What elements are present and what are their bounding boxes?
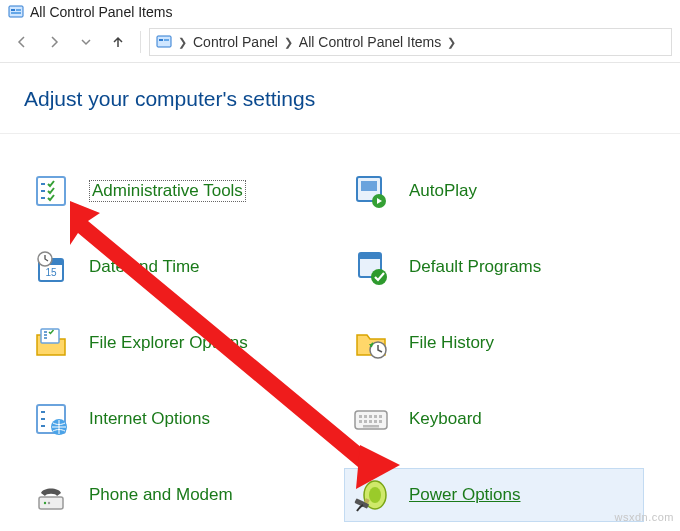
svg-rect-9: [361, 181, 377, 191]
svg-rect-30: [369, 420, 372, 423]
item-date-and-time[interactable]: 15 Date and Time: [24, 240, 324, 294]
svg-rect-33: [363, 425, 379, 428]
svg-rect-16: [359, 253, 381, 259]
up-button[interactable]: [104, 28, 132, 56]
default-programs-icon: [351, 247, 391, 287]
svg-rect-28: [359, 420, 362, 423]
svg-rect-32: [379, 420, 382, 423]
svg-rect-26: [374, 415, 377, 418]
phone-modem-icon: [31, 475, 71, 515]
svg-point-36: [48, 502, 50, 504]
item-label: AutoPlay: [409, 181, 477, 201]
item-label: Power Options: [409, 485, 521, 505]
svg-rect-31: [374, 420, 377, 423]
keyboard-icon: [351, 399, 391, 439]
item-default-programs[interactable]: Default Programs: [344, 240, 644, 294]
item-label: Phone and Modem: [89, 485, 233, 505]
item-power-options[interactable]: Power Options: [344, 468, 644, 522]
forward-button[interactable]: [40, 28, 68, 56]
item-administrative-tools[interactable]: Administrative Tools: [24, 164, 324, 218]
svg-rect-6: [164, 39, 169, 41]
file-history-icon: [351, 323, 391, 363]
svg-point-35: [44, 502, 46, 504]
item-file-explorer-options[interactable]: File Explorer Options: [24, 316, 324, 370]
svg-rect-29: [364, 420, 367, 423]
watermark: wsxdn.com: [614, 511, 674, 523]
svg-rect-24: [364, 415, 367, 418]
content-area: Adjust your computer's settings Administ…: [0, 63, 680, 531]
file-explorer-options-icon: [31, 323, 71, 363]
item-label: Internet Options: [89, 409, 210, 429]
item-phone-and-modem[interactable]: Phone and Modem: [24, 468, 324, 522]
svg-rect-4: [157, 36, 171, 47]
breadcrumb-current[interactable]: All Control Panel Items: [299, 34, 441, 50]
item-label: Default Programs: [409, 257, 541, 277]
date-time-icon: 15: [31, 247, 71, 287]
svg-rect-1: [11, 9, 15, 11]
divider: [0, 133, 680, 134]
autoplay-icon: [351, 171, 391, 211]
svg-rect-5: [159, 39, 163, 41]
svg-rect-27: [379, 415, 382, 418]
chevron-right-icon[interactable]: ❯: [282, 36, 295, 49]
item-autoplay[interactable]: AutoPlay: [344, 164, 644, 218]
nav-separator: [140, 31, 141, 53]
breadcrumb-root[interactable]: Control Panel: [193, 34, 278, 50]
items-grid: Administrative Tools AutoPlay 15 Date an…: [24, 164, 656, 522]
control-panel-icon: [8, 4, 24, 20]
item-internet-options[interactable]: Internet Options: [24, 392, 324, 446]
item-label: Keyboard: [409, 409, 482, 429]
recent-button[interactable]: [72, 28, 100, 56]
back-button[interactable]: [8, 28, 36, 56]
svg-rect-23: [359, 415, 362, 418]
item-file-history[interactable]: File History: [344, 316, 644, 370]
svg-point-38: [369, 487, 381, 503]
item-keyboard[interactable]: Keyboard: [344, 392, 644, 446]
page-heading: Adjust your computer's settings: [24, 87, 656, 111]
svg-rect-0: [9, 6, 23, 17]
item-label: File History: [409, 333, 494, 353]
item-label: File Explorer Options: [89, 333, 248, 353]
svg-rect-2: [16, 9, 21, 11]
admin-tools-icon: [31, 171, 71, 211]
window-titlebar: All Control Panel Items: [0, 0, 680, 26]
svg-rect-25: [369, 415, 372, 418]
chevron-right-icon[interactable]: ❯: [176, 36, 189, 49]
svg-rect-34: [39, 497, 63, 509]
svg-rect-18: [41, 329, 59, 343]
svg-point-17: [371, 269, 387, 285]
control-panel-icon: [156, 34, 172, 50]
window-title: All Control Panel Items: [30, 4, 172, 20]
internet-options-icon: [31, 399, 71, 439]
nav-row: ❯ Control Panel ❯ All Control Panel Item…: [0, 26, 680, 63]
address-bar[interactable]: ❯ Control Panel ❯ All Control Panel Item…: [149, 28, 672, 56]
item-label: Administrative Tools: [89, 180, 246, 202]
svg-text:15: 15: [45, 267, 57, 278]
item-label: Date and Time: [89, 257, 200, 277]
chevron-right-icon[interactable]: ❯: [445, 36, 458, 49]
svg-rect-3: [11, 12, 21, 14]
power-options-icon: [351, 475, 391, 515]
